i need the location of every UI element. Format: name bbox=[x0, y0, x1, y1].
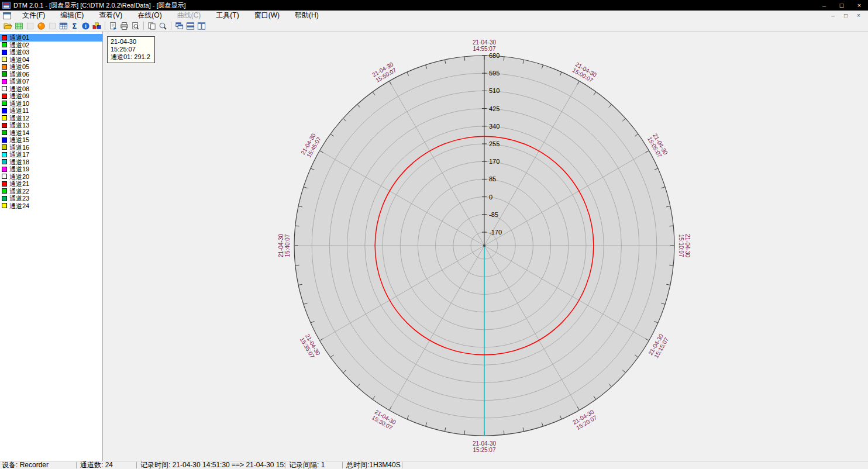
menu-online[interactable]: 在线(O) bbox=[130, 11, 169, 20]
menu-window[interactable]: 窗口(W) bbox=[247, 11, 287, 20]
tooltip-time: 15:25:07 bbox=[111, 46, 150, 53]
channel-label: 通道03 bbox=[9, 49, 29, 56]
channel-item-通道01[interactable]: 通道01 bbox=[0, 34, 102, 42]
tile-vertical-icon[interactable] bbox=[196, 20, 207, 31]
tile-horizontal-icon[interactable] bbox=[185, 20, 196, 31]
toolbar: Σ i bbox=[0, 20, 868, 32]
print-preview-icon[interactable] bbox=[130, 20, 141, 31]
color-ball-icon[interactable] bbox=[36, 20, 47, 31]
menubar: 文件(F)编辑(E)查看(V)在线(O)曲线(C)工具(T)窗口(W)帮助(H)… bbox=[0, 11, 868, 20]
channel-item-通道05[interactable]: 通道05 bbox=[0, 63, 102, 71]
channel-color-swatch bbox=[2, 64, 7, 70]
status-total-time: 总时间:1H3M40S bbox=[343, 460, 402, 469]
channel-color-swatch bbox=[2, 101, 7, 106]
status-interval: 记录间隔: 1 bbox=[285, 460, 342, 469]
svg-text:340: 340 bbox=[489, 123, 500, 130]
copy-page-icon[interactable] bbox=[108, 20, 119, 31]
channel-item-通道15[interactable]: 通道15 bbox=[0, 136, 102, 144]
channel-color-swatch bbox=[2, 159, 7, 164]
channel-label: 通道17 bbox=[9, 151, 29, 158]
channel-color-swatch bbox=[2, 123, 7, 128]
mdi-close-icon[interactable]: × bbox=[852, 11, 865, 20]
channel-item-通道19[interactable]: 通道19 bbox=[0, 165, 102, 173]
channel-label: 通道19 bbox=[9, 165, 29, 173]
polar-disc-chart[interactable]: 680595510425340255170850-85-17021-04-301… bbox=[103, 32, 868, 461]
close-icon[interactable]: × bbox=[850, 0, 868, 11]
zoom-icon[interactable] bbox=[157, 20, 168, 31]
menu-help[interactable]: 帮助(H) bbox=[287, 11, 326, 20]
channel-label: 通道09 bbox=[9, 92, 29, 99]
minimize-icon[interactable]: – bbox=[815, 0, 833, 11]
main-content: 通道01通道02通道03通道04通道05通道06通道07通道08通道09通道10… bbox=[0, 32, 868, 461]
data-table-icon[interactable] bbox=[58, 20, 69, 31]
window-controls: – □ × bbox=[815, 0, 868, 11]
menu-file[interactable]: 文件(F) bbox=[15, 11, 53, 20]
channel-item-通道04[interactable]: 通道04 bbox=[0, 56, 102, 64]
channel-color-swatch bbox=[2, 203, 7, 208]
info-icon[interactable]: i bbox=[80, 20, 91, 31]
channel-item-通道14[interactable]: 通道14 bbox=[0, 129, 102, 137]
window-title: DTM 2.0.1 - [圆盘显示] [C:\DTM 2.0.2\RealDat… bbox=[13, 1, 186, 10]
channel-item-通道17[interactable]: 通道17 bbox=[0, 151, 102, 158]
mdi-restore-icon[interactable]: □ bbox=[839, 11, 852, 20]
channel-item-通道07[interactable]: 通道07 bbox=[0, 78, 102, 85]
channel-item-通道20[interactable]: 通道20 bbox=[0, 173, 102, 181]
channel-item-通道09[interactable]: 通道09 bbox=[0, 92, 102, 100]
menu-items: 文件(F)编辑(E)查看(V)在线(O)曲线(C)工具(T)窗口(W)帮助(H) bbox=[15, 11, 326, 20]
channel-label: 通道10 bbox=[9, 100, 29, 107]
channel-item-通道13[interactable]: 通道13 bbox=[0, 122, 102, 129]
channel-label: 通道20 bbox=[9, 173, 29, 180]
channel-color-swatch bbox=[2, 188, 7, 194]
channel-item-通道22[interactable]: 通道22 bbox=[0, 188, 102, 195]
channel-item-通道03[interactable]: 通道03 bbox=[0, 49, 102, 56]
channel-label: 通道18 bbox=[9, 158, 29, 165]
curve-colors-icon[interactable] bbox=[91, 20, 102, 31]
channel-item-通道11[interactable]: 通道11 bbox=[0, 107, 102, 115]
channel-label: 通道24 bbox=[9, 202, 29, 209]
channel-color-swatch bbox=[2, 152, 7, 157]
channel-color-swatch bbox=[2, 130, 7, 135]
value-tooltip: 21-04-30 15:25:07 通道01: 291.2 bbox=[107, 36, 155, 63]
mdi-minimize-icon[interactable]: – bbox=[826, 11, 839, 20]
channel-item-通道21[interactable]: 通道21 bbox=[0, 180, 102, 188]
cascade-windows-icon[interactable] bbox=[174, 20, 185, 31]
restore-icon[interactable]: □ bbox=[833, 0, 850, 11]
channel-item-通道12[interactable]: 通道12 bbox=[0, 115, 102, 122]
menu-tools[interactable]: 工具(T) bbox=[208, 11, 246, 20]
channel-item-通道06[interactable]: 通道06 bbox=[0, 71, 102, 78]
channel-item-通道23[interactable]: 通道23 bbox=[0, 195, 102, 202]
channel-label: 通道04 bbox=[9, 56, 29, 63]
menu-curve: 曲线(C) bbox=[170, 11, 209, 20]
channel-item-通道02[interactable]: 通道02 bbox=[0, 42, 102, 49]
svg-text:170: 170 bbox=[489, 158, 500, 165]
channel-color-swatch bbox=[2, 86, 7, 91]
disabled-tool-icon bbox=[47, 20, 58, 31]
channel-label: 通道08 bbox=[9, 85, 29, 92]
svg-text:21-04-3015:40:07: 21-04-3015:40:07 bbox=[278, 234, 291, 257]
copy-icon[interactable] bbox=[146, 20, 157, 31]
channel-item-通道18[interactable]: 通道18 bbox=[0, 158, 102, 166]
channel-item-通道16[interactable]: 通道16 bbox=[0, 144, 102, 151]
menu-view[interactable]: 查看(V) bbox=[91, 11, 130, 20]
channel-color-swatch bbox=[2, 57, 7, 62]
print-icon[interactable] bbox=[119, 20, 130, 31]
sum-icon[interactable]: Σ bbox=[69, 20, 80, 31]
channel-label: 通道05 bbox=[9, 63, 29, 70]
channel-label: 通道13 bbox=[9, 122, 29, 129]
channel-item-通道08[interactable]: 通道08 bbox=[0, 85, 102, 93]
tooltip-date: 21-04-30 bbox=[111, 38, 150, 46]
mdi-child-icon[interactable] bbox=[3, 12, 11, 19]
open-file-icon[interactable] bbox=[2, 20, 13, 31]
menu-edit[interactable]: 编辑(E) bbox=[53, 11, 91, 20]
channel-label: 通道21 bbox=[9, 180, 29, 187]
channel-label: 通道15 bbox=[9, 136, 29, 143]
channel-color-swatch bbox=[2, 50, 7, 55]
svg-text:680: 680 bbox=[489, 52, 500, 59]
export-data-icon[interactable] bbox=[13, 20, 25, 31]
toolbar-separator bbox=[105, 22, 105, 30]
mdi-window-controls: – □ × bbox=[826, 11, 865, 20]
channel-item-通道10[interactable]: 通道10 bbox=[0, 100, 102, 108]
channel-color-swatch bbox=[2, 79, 7, 84]
svg-text:255: 255 bbox=[489, 140, 500, 147]
channel-item-通道24[interactable]: 通道24 bbox=[0, 202, 102, 210]
